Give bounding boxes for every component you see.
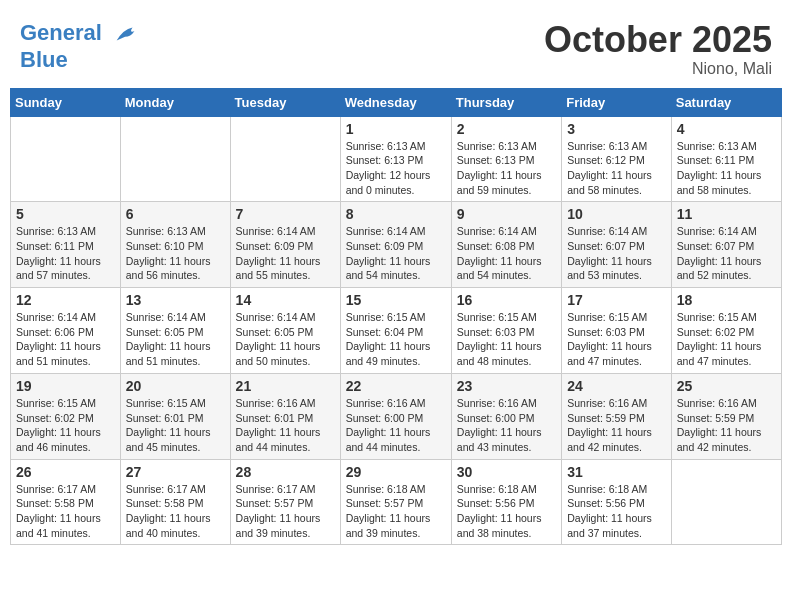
calendar-week-row: 12Sunrise: 6:14 AM Sunset: 6:06 PM Dayli… xyxy=(11,288,782,374)
day-info: Sunrise: 6:13 AM Sunset: 6:12 PM Dayligh… xyxy=(567,139,666,198)
day-info: Sunrise: 6:15 AM Sunset: 6:02 PM Dayligh… xyxy=(16,396,115,455)
day-info: Sunrise: 6:13 AM Sunset: 6:10 PM Dayligh… xyxy=(126,224,225,283)
day-number: 12 xyxy=(16,292,115,308)
calendar-cell: 20Sunrise: 6:15 AM Sunset: 6:01 PM Dayli… xyxy=(120,373,230,459)
calendar-cell xyxy=(230,116,340,202)
calendar-cell: 16Sunrise: 6:15 AM Sunset: 6:03 PM Dayli… xyxy=(451,288,561,374)
day-number: 21 xyxy=(236,378,335,394)
weekday-header-wednesday: Wednesday xyxy=(340,88,451,116)
day-number: 10 xyxy=(567,206,666,222)
calendar-table: SundayMondayTuesdayWednesdayThursdayFrid… xyxy=(10,88,782,546)
calendar-cell: 9Sunrise: 6:14 AM Sunset: 6:08 PM Daylig… xyxy=(451,202,561,288)
calendar-cell: 7Sunrise: 6:14 AM Sunset: 6:09 PM Daylig… xyxy=(230,202,340,288)
month-year-title: October 2025 xyxy=(544,20,772,60)
weekday-header-thursday: Thursday xyxy=(451,88,561,116)
calendar-cell: 30Sunrise: 6:18 AM Sunset: 5:56 PM Dayli… xyxy=(451,459,561,545)
day-info: Sunrise: 6:13 AM Sunset: 6:11 PM Dayligh… xyxy=(677,139,776,198)
page-header: General Blue October 2025 Niono, Mali xyxy=(10,10,782,83)
calendar-cell: 19Sunrise: 6:15 AM Sunset: 6:02 PM Dayli… xyxy=(11,373,121,459)
day-number: 17 xyxy=(567,292,666,308)
day-info: Sunrise: 6:14 AM Sunset: 6:09 PM Dayligh… xyxy=(236,224,335,283)
location-subtitle: Niono, Mali xyxy=(544,60,772,78)
weekday-header-monday: Monday xyxy=(120,88,230,116)
day-number: 18 xyxy=(677,292,776,308)
day-info: Sunrise: 6:17 AM Sunset: 5:58 PM Dayligh… xyxy=(16,482,115,541)
calendar-week-row: 5Sunrise: 6:13 AM Sunset: 6:11 PM Daylig… xyxy=(11,202,782,288)
calendar-cell: 8Sunrise: 6:14 AM Sunset: 6:09 PM Daylig… xyxy=(340,202,451,288)
day-info: Sunrise: 6:15 AM Sunset: 6:03 PM Dayligh… xyxy=(457,310,556,369)
day-info: Sunrise: 6:17 AM Sunset: 5:58 PM Dayligh… xyxy=(126,482,225,541)
calendar-cell: 24Sunrise: 6:16 AM Sunset: 5:59 PM Dayli… xyxy=(562,373,672,459)
calendar-cell: 27Sunrise: 6:17 AM Sunset: 5:58 PM Dayli… xyxy=(120,459,230,545)
calendar-cell xyxy=(671,459,781,545)
day-number: 9 xyxy=(457,206,556,222)
month-title-block: October 2025 Niono, Mali xyxy=(544,20,772,78)
weekday-header-row: SundayMondayTuesdayWednesdayThursdayFrid… xyxy=(11,88,782,116)
day-info: Sunrise: 6:18 AM Sunset: 5:56 PM Dayligh… xyxy=(567,482,666,541)
day-info: Sunrise: 6:15 AM Sunset: 6:03 PM Dayligh… xyxy=(567,310,666,369)
day-number: 20 xyxy=(126,378,225,394)
weekday-header-saturday: Saturday xyxy=(671,88,781,116)
day-info: Sunrise: 6:14 AM Sunset: 6:09 PM Dayligh… xyxy=(346,224,446,283)
calendar-cell: 31Sunrise: 6:18 AM Sunset: 5:56 PM Dayli… xyxy=(562,459,672,545)
calendar-cell: 15Sunrise: 6:15 AM Sunset: 6:04 PM Dayli… xyxy=(340,288,451,374)
day-number: 6 xyxy=(126,206,225,222)
weekday-header-tuesday: Tuesday xyxy=(230,88,340,116)
calendar-cell: 23Sunrise: 6:16 AM Sunset: 6:00 PM Dayli… xyxy=(451,373,561,459)
day-info: Sunrise: 6:13 AM Sunset: 6:11 PM Dayligh… xyxy=(16,224,115,283)
day-number: 5 xyxy=(16,206,115,222)
calendar-week-row: 1Sunrise: 6:13 AM Sunset: 6:13 PM Daylig… xyxy=(11,116,782,202)
calendar-week-row: 19Sunrise: 6:15 AM Sunset: 6:02 PM Dayli… xyxy=(11,373,782,459)
calendar-cell: 6Sunrise: 6:13 AM Sunset: 6:10 PM Daylig… xyxy=(120,202,230,288)
calendar-cell: 1Sunrise: 6:13 AM Sunset: 6:13 PM Daylig… xyxy=(340,116,451,202)
calendar-cell: 10Sunrise: 6:14 AM Sunset: 6:07 PM Dayli… xyxy=(562,202,672,288)
calendar-cell: 11Sunrise: 6:14 AM Sunset: 6:07 PM Dayli… xyxy=(671,202,781,288)
day-number: 16 xyxy=(457,292,556,308)
day-info: Sunrise: 6:15 AM Sunset: 6:04 PM Dayligh… xyxy=(346,310,446,369)
day-number: 27 xyxy=(126,464,225,480)
day-info: Sunrise: 6:17 AM Sunset: 5:57 PM Dayligh… xyxy=(236,482,335,541)
calendar-cell: 26Sunrise: 6:17 AM Sunset: 5:58 PM Dayli… xyxy=(11,459,121,545)
calendar-cell: 28Sunrise: 6:17 AM Sunset: 5:57 PM Dayli… xyxy=(230,459,340,545)
calendar-cell: 12Sunrise: 6:14 AM Sunset: 6:06 PM Dayli… xyxy=(11,288,121,374)
day-info: Sunrise: 6:18 AM Sunset: 5:56 PM Dayligh… xyxy=(457,482,556,541)
calendar-cell: 5Sunrise: 6:13 AM Sunset: 6:11 PM Daylig… xyxy=(11,202,121,288)
day-info: Sunrise: 6:14 AM Sunset: 6:05 PM Dayligh… xyxy=(236,310,335,369)
day-info: Sunrise: 6:16 AM Sunset: 6:01 PM Dayligh… xyxy=(236,396,335,455)
day-info: Sunrise: 6:14 AM Sunset: 6:07 PM Dayligh… xyxy=(677,224,776,283)
day-number: 8 xyxy=(346,206,446,222)
day-number: 30 xyxy=(457,464,556,480)
day-number: 24 xyxy=(567,378,666,394)
day-info: Sunrise: 6:16 AM Sunset: 5:59 PM Dayligh… xyxy=(567,396,666,455)
day-info: Sunrise: 6:13 AM Sunset: 6:13 PM Dayligh… xyxy=(457,139,556,198)
day-number: 23 xyxy=(457,378,556,394)
day-number: 22 xyxy=(346,378,446,394)
day-info: Sunrise: 6:16 AM Sunset: 5:59 PM Dayligh… xyxy=(677,396,776,455)
calendar-cell: 22Sunrise: 6:16 AM Sunset: 6:00 PM Dayli… xyxy=(340,373,451,459)
calendar-week-row: 26Sunrise: 6:17 AM Sunset: 5:58 PM Dayli… xyxy=(11,459,782,545)
day-info: Sunrise: 6:14 AM Sunset: 6:06 PM Dayligh… xyxy=(16,310,115,369)
day-number: 28 xyxy=(236,464,335,480)
calendar-cell: 25Sunrise: 6:16 AM Sunset: 5:59 PM Dayli… xyxy=(671,373,781,459)
day-info: Sunrise: 6:14 AM Sunset: 6:07 PM Dayligh… xyxy=(567,224,666,283)
day-number: 15 xyxy=(346,292,446,308)
day-number: 3 xyxy=(567,121,666,137)
day-info: Sunrise: 6:14 AM Sunset: 6:08 PM Dayligh… xyxy=(457,224,556,283)
calendar-cell: 17Sunrise: 6:15 AM Sunset: 6:03 PM Dayli… xyxy=(562,288,672,374)
calendar-cell: 14Sunrise: 6:14 AM Sunset: 6:05 PM Dayli… xyxy=(230,288,340,374)
day-number: 4 xyxy=(677,121,776,137)
calendar-cell: 4Sunrise: 6:13 AM Sunset: 6:11 PM Daylig… xyxy=(671,116,781,202)
day-number: 7 xyxy=(236,206,335,222)
logo-bird-icon xyxy=(112,20,140,48)
calendar-cell xyxy=(120,116,230,202)
day-info: Sunrise: 6:18 AM Sunset: 5:57 PM Dayligh… xyxy=(346,482,446,541)
calendar-cell: 3Sunrise: 6:13 AM Sunset: 6:12 PM Daylig… xyxy=(562,116,672,202)
weekday-header-sunday: Sunday xyxy=(11,88,121,116)
day-info: Sunrise: 6:13 AM Sunset: 6:13 PM Dayligh… xyxy=(346,139,446,198)
day-info: Sunrise: 6:15 AM Sunset: 6:01 PM Dayligh… xyxy=(126,396,225,455)
day-number: 26 xyxy=(16,464,115,480)
logo-text: General xyxy=(20,20,140,48)
logo-general: General xyxy=(20,20,102,45)
day-number: 2 xyxy=(457,121,556,137)
day-info: Sunrise: 6:15 AM Sunset: 6:02 PM Dayligh… xyxy=(677,310,776,369)
